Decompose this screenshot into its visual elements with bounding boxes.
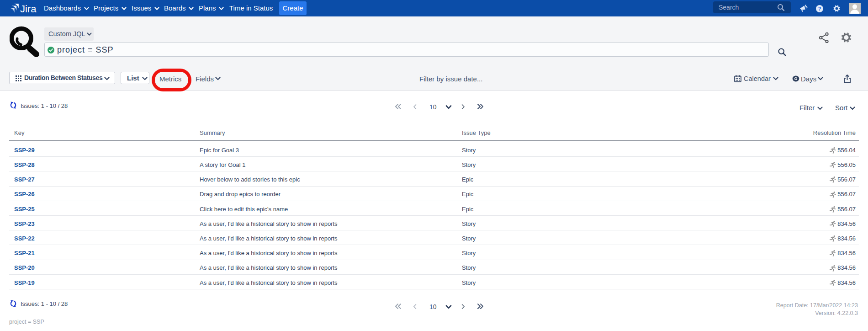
svg-text:?: ?	[818, 6, 821, 11]
